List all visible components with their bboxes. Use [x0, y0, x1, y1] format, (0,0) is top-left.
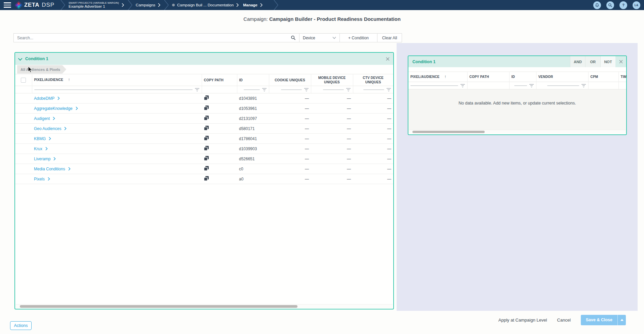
or-operator-button[interactable]: OR — [585, 56, 600, 67]
col-ctv-uniques[interactable]: CTV DEVICE UNIQUES — [353, 74, 393, 86]
filter-mobile-uniques[interactable] — [311, 86, 353, 93]
row-copy-path-cell — [202, 164, 237, 174]
filter-funnel-icon[interactable] — [304, 88, 309, 92]
filter-pixel-audience[interactable] — [32, 86, 202, 93]
apply-campaign-level-button[interactable]: Apply at Campaign Level — [498, 318, 547, 323]
select-all-checkbox[interactable] — [21, 78, 26, 83]
copy-path-icon[interactable] — [204, 115, 209, 122]
operator-buttons: AND OR NOT — [570, 56, 626, 67]
hamburger-menu-icon[interactable] — [4, 2, 11, 8]
clear-all-button[interactable]: Clear All — [377, 33, 402, 42]
filter-ctv-uniques[interactable] — [353, 86, 393, 93]
close-builder-button[interactable] — [615, 56, 626, 67]
row-name-link[interactable]: Audigent — [34, 116, 55, 121]
filter-funnel-icon[interactable] — [195, 88, 200, 92]
tab-all-audiences-pixels[interactable]: All Audiences & Pixels — [17, 65, 66, 74]
col-copy-path[interactable]: COPY PATH — [202, 74, 237, 86]
builder-filter-pixel-audience[interactable] — [408, 82, 467, 89]
builder-filter-vendor[interactable] — [536, 82, 588, 89]
row-ctv-uniques: — — [353, 93, 393, 103]
row-id: d1786041 — [237, 134, 269, 144]
save-close-button[interactable]: Save & Close — [581, 315, 617, 325]
avatar-initials: L& — [635, 3, 638, 7]
left-table-body: AdobeDMP d1043891 — — — AggregateKnowled… — [15, 93, 393, 184]
builder-table: PIXEL/AUDIENCE↑ COPY PATH ID VENDOR CPM … — [408, 72, 627, 89]
copy-path-icon[interactable] — [204, 125, 209, 132]
row-name-link[interactable]: Krux — [34, 147, 48, 151]
filter-funnel-icon[interactable] — [262, 88, 267, 92]
row-ctv-uniques: — — [353, 154, 393, 164]
col-pixel-audience[interactable]: PIXEL/AUDIENCE↑ — [32, 74, 202, 86]
condition-1-header: Condition 1 — [15, 53, 393, 65]
row-name-link[interactable]: AdobeDMP — [34, 96, 60, 101]
filter-id[interactable] — [237, 86, 269, 93]
chevron-right-icon — [45, 147, 48, 151]
chevron-right-icon — [48, 177, 50, 181]
builder-filter-time — [618, 82, 627, 89]
copy-path-icon[interactable] — [204, 95, 209, 101]
filter-funnel-icon[interactable] — [460, 84, 465, 88]
row-mobile-uniques: — — [311, 93, 353, 103]
builder-scrollbar-thumb[interactable] — [412, 131, 485, 133]
col-id[interactable]: ID — [237, 74, 269, 86]
filter-funnel-icon[interactable] — [529, 84, 534, 88]
actions-button[interactable]: Actions — [10, 321, 32, 330]
copy-path-icon[interactable] — [204, 135, 209, 142]
audiences-table: PIXEL/AUDIENCE↑ COPY PATH ID COOKIE UNIQ… — [15, 74, 393, 184]
row-name-link[interactable]: Pixels — [34, 177, 50, 181]
scrollbar-thumb[interactable] — [20, 305, 297, 308]
notifications-button[interactable] — [593, 1, 601, 9]
chevron-right-icon — [122, 3, 124, 7]
copy-path-icon[interactable] — [204, 176, 209, 182]
row-name-link[interactable]: Geo Audiences — [34, 126, 67, 131]
and-operator-button[interactable]: AND — [570, 56, 585, 67]
actions-button-label: Actions — [14, 323, 28, 328]
row-copy-path-cell — [202, 174, 237, 184]
builder-col-pixel-audience-label: PIXEL/AUDIENCE — [410, 75, 440, 79]
builder-col-time[interactable]: TIM — [618, 72, 627, 82]
breadcrumb-advertiser[interactable]: SMART PROJECTS (VARIABLE MARGIN) Example… — [67, 2, 126, 9]
row-name-link[interactable]: Media Conditions — [34, 167, 71, 171]
cancel-button[interactable]: Cancel — [557, 318, 570, 323]
global-search-button[interactable] — [606, 1, 614, 9]
col-cookie-uniques[interactable]: COOKIE UNIQUES — [269, 74, 311, 86]
search-input[interactable] — [17, 36, 283, 40]
row-name-cell: Pixels — [32, 174, 202, 184]
filter-funnel-icon[interactable] — [581, 84, 586, 88]
filter-funnel-icon[interactable] — [386, 88, 391, 92]
builder-col-vendor[interactable]: VENDOR — [536, 72, 588, 82]
row-name-link[interactable]: Liveramp — [34, 157, 56, 161]
builder-col-id[interactable]: ID — [509, 72, 536, 82]
col-mobile-uniques[interactable]: MOBILE DEVICE UNIQUES — [311, 74, 353, 86]
help-button[interactable]: ? — [619, 1, 627, 9]
copy-path-icon[interactable] — [204, 156, 209, 162]
collapse-chevron-icon[interactable] — [18, 56, 23, 60]
row-copy-path-cell — [202, 134, 237, 144]
not-operator-button[interactable]: NOT — [600, 56, 615, 67]
row-mobile-uniques: — — [311, 134, 353, 144]
row-name-link[interactable]: KBMG — [34, 136, 51, 141]
row-copy-path-cell — [202, 114, 237, 124]
save-options-caret-button[interactable] — [617, 315, 626, 325]
copy-path-icon[interactable] — [204, 166, 209, 172]
filter-funnel-icon[interactable] — [346, 88, 351, 92]
row-name-link[interactable]: AggregateKnowledge — [34, 106, 78, 111]
close-condition-button[interactable] — [382, 53, 393, 65]
breadcrumb-separator-icon — [164, 0, 169, 10]
user-avatar[interactable]: L& — [633, 1, 640, 9]
device-dropdown[interactable]: Device — [299, 33, 340, 42]
builder-filter-id[interactable] — [509, 82, 536, 89]
zeta-dsp-logo[interactable]: ZETA DSP — [16, 2, 54, 8]
builder-col-cpm[interactable]: CPM — [588, 72, 618, 82]
breadcrumb-manage[interactable]: Manage — [241, 3, 265, 7]
search-icon[interactable] — [291, 35, 296, 40]
builder-col-copy-path[interactable]: COPY PATH — [467, 72, 509, 82]
filter-cookie-uniques[interactable] — [269, 86, 311, 93]
copy-path-icon[interactable] — [204, 105, 209, 112]
breadcrumb-campaign-builder[interactable]: Campaign Buil ... Documentation — [170, 3, 241, 7]
builder-col-pixel-audience[interactable]: PIXEL/AUDIENCE↑ — [408, 72, 467, 82]
add-condition-button[interactable]: + Condition — [339, 33, 377, 42]
breadcrumb-campaigns[interactable]: Campaigns — [134, 3, 163, 7]
copy-path-icon[interactable] — [204, 145, 209, 152]
row-name-label: AdobeDMP — [34, 96, 54, 101]
